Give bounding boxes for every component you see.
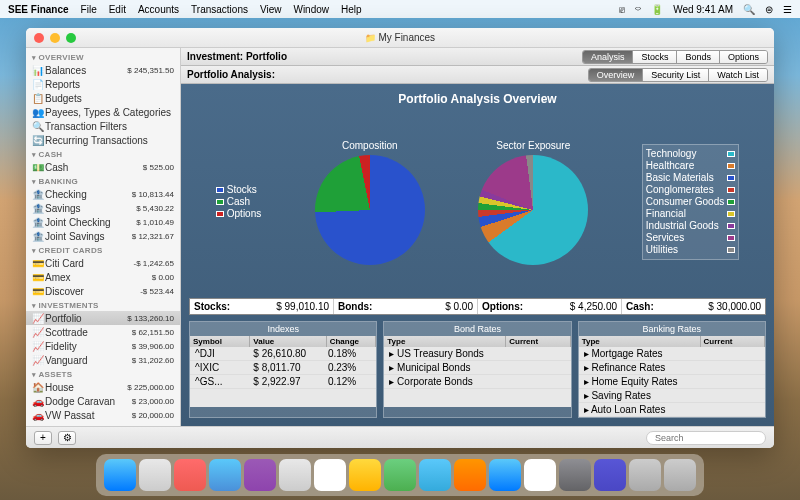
footer-bar: + ⚙ (26, 426, 774, 448)
tab-stocks[interactable]: Stocks (633, 51, 677, 63)
dock-app[interactable] (489, 459, 521, 491)
dock-app[interactable] (559, 459, 591, 491)
menubar-right: ⎚ ⌔ 🔋 Wed 9:41 AM 🔍 ⊜ ☰ (619, 4, 792, 15)
dock-app[interactable] (629, 459, 661, 491)
banking-rates-table: Banking RatesTypeCurrent▸ Mortgage Rates… (578, 321, 766, 418)
close-button[interactable] (34, 33, 44, 43)
zoom-button[interactable] (66, 33, 76, 43)
sidebar: OVERVIEW📊Balances$ 245,351.50📄Reports📋Bu… (26, 48, 181, 426)
menu-help[interactable]: Help (341, 4, 362, 15)
search-input[interactable] (646, 431, 766, 445)
sidebar-item[interactable]: 🏦Savings$ 5,430.22 (26, 201, 180, 215)
sector-pie (478, 155, 588, 265)
sector-title: Sector Exposure (478, 140, 588, 151)
section-header[interactable]: CASH (26, 147, 180, 160)
sidebar-item[interactable]: 🔄Recurring Transactions (26, 133, 180, 147)
investment-tabs: Analysis Stocks Bonds Options (582, 50, 768, 64)
footer-buttons: + ⚙ (34, 431, 76, 445)
window-title: My Finances (365, 32, 435, 43)
composition-legend: StocksCashOptions (216, 184, 261, 220)
menubar: SEE Finance File Edit Accounts Transacti… (0, 0, 800, 18)
menu-transactions[interactable]: Transactions (191, 4, 248, 15)
menubar-left: SEE Finance File Edit Accounts Transacti… (8, 4, 362, 15)
investment-label: Investment: Portfolio (187, 51, 287, 62)
tab-overview[interactable]: Overview (589, 69, 644, 81)
composition-title: Composition (315, 140, 425, 151)
app-name[interactable]: SEE Finance (8, 4, 69, 15)
dock-app[interactable] (454, 459, 486, 491)
dock-app[interactable] (349, 459, 381, 491)
add-button[interactable]: + (34, 431, 52, 445)
analysis-tabs: Overview Security List Watch List (588, 68, 768, 82)
control-center-icon[interactable]: ⊜ (765, 4, 773, 15)
dock (96, 454, 704, 496)
tab-bonds[interactable]: Bonds (677, 51, 720, 63)
spotlight-icon[interactable]: 🔍 (743, 4, 755, 15)
dock-app[interactable] (524, 459, 556, 491)
clock[interactable]: Wed 9:41 AM (673, 4, 733, 15)
sidebar-item[interactable]: 💵Cash$ 525.00 (26, 160, 180, 174)
header-analysis: Portfolio Analysis: Overview Security Li… (181, 66, 774, 84)
sidebar-item[interactable]: 📊Balances$ 245,351.50 (26, 63, 180, 77)
wifi-icon[interactable]: ⌔ (635, 4, 641, 15)
dock-app[interactable] (174, 459, 206, 491)
gear-button[interactable]: ⚙ (58, 431, 76, 445)
minimize-button[interactable] (50, 33, 60, 43)
sidebar-item[interactable]: 🚗VW Passat$ 20,000.00 (26, 408, 180, 422)
tables-row: IndexesSymbolValueChange^DJI$ 26,610.800… (189, 321, 766, 418)
sidebar-item[interactable]: 💳Discover-$ 523.44 (26, 284, 180, 298)
sidebar-item[interactable]: 📄Reports (26, 77, 180, 91)
dock-app[interactable] (384, 459, 416, 491)
analysis-panel: Portfolio Analysis Overview StocksCashOp… (181, 84, 774, 426)
menu-edit[interactable]: Edit (109, 4, 126, 15)
tab-options[interactable]: Options (720, 51, 767, 63)
dock-app[interactable] (104, 459, 136, 491)
composition-pie (315, 155, 425, 265)
notification-icon[interactable]: ☰ (783, 4, 792, 15)
sidebar-item[interactable]: 🔍Transaction Filters (26, 119, 180, 133)
sidebar-item[interactable]: 🚗Dodge Caravan$ 23,000.00 (26, 394, 180, 408)
sidebar-item[interactable]: 🏦Joint Savings$ 12,321.67 (26, 229, 180, 243)
dock-app[interactable] (419, 459, 451, 491)
sidebar-item[interactable]: 💳Citi Card-$ 1,242.65 (26, 256, 180, 270)
menu-view[interactable]: View (260, 4, 282, 15)
section-header[interactable]: ASSETS (26, 367, 180, 380)
tab-analysis[interactable]: Analysis (583, 51, 634, 63)
tab-watch-list[interactable]: Watch List (709, 69, 767, 81)
section-header[interactable]: BANKING (26, 174, 180, 187)
sidebar-item[interactable]: 🏦Checking$ 10,813.44 (26, 187, 180, 201)
sidebar-item[interactable]: 👥Payees, Types & Categories (26, 105, 180, 119)
sidebar-item[interactable]: 📋Budgets (26, 91, 180, 105)
totals-row: Stocks:$ 99,010.10Bonds:$ 0.00Options:$ … (189, 298, 766, 315)
dock-app[interactable] (594, 459, 626, 491)
sector-legend: TechnologyHealthcareBasic MaterialsCongl… (642, 144, 739, 260)
section-header[interactable]: CREDIT CARDS (26, 243, 180, 256)
section-header[interactable]: OVERVIEW (26, 50, 180, 63)
sidebar-item[interactable]: 📈Portfolio$ 133,260.10 (26, 311, 180, 325)
menu-window[interactable]: Window (293, 4, 329, 15)
section-header[interactable]: INVESTMENTS (26, 298, 180, 311)
airplay-icon[interactable]: ⎚ (619, 4, 625, 15)
analysis-label: Portfolio Analysis: (187, 69, 275, 80)
bond-rates-table: Bond RatesTypeCurrent▸ US Treasury Bonds… (383, 321, 571, 418)
menu-file[interactable]: File (81, 4, 97, 15)
charts-row: StocksCashOptions Composition Sector Exp… (189, 112, 766, 292)
sidebar-item[interactable]: 📈Fidelity$ 39,906.00 (26, 339, 180, 353)
dock-app[interactable] (139, 459, 171, 491)
sector-chart: Sector Exposure (478, 140, 588, 265)
dock-app[interactable] (209, 459, 241, 491)
sidebar-item[interactable]: 🏦Joint Checking$ 1,010.49 (26, 215, 180, 229)
dock-app[interactable] (664, 459, 696, 491)
composition-chart: Composition (315, 140, 425, 265)
dock-app[interactable] (244, 459, 276, 491)
dock-app[interactable] (314, 459, 346, 491)
sidebar-item[interactable]: 💳Amex$ 0.00 (26, 270, 180, 284)
dock-app[interactable] (279, 459, 311, 491)
sidebar-item[interactable]: 🏠House$ 225,000.00 (26, 380, 180, 394)
battery-icon[interactable]: 🔋 (651, 4, 663, 15)
traffic-lights (34, 33, 76, 43)
sidebar-item[interactable]: 📈Vanguard$ 31,202.60 (26, 353, 180, 367)
tab-security-list[interactable]: Security List (643, 69, 709, 81)
sidebar-item[interactable]: 📈Scottrade$ 62,151.50 (26, 325, 180, 339)
menu-accounts[interactable]: Accounts (138, 4, 179, 15)
